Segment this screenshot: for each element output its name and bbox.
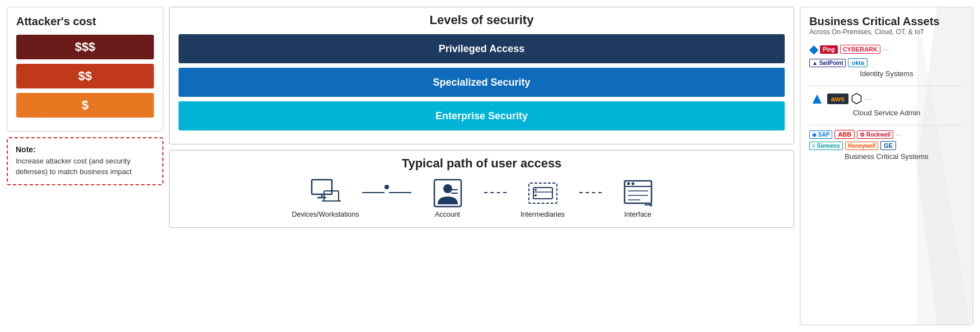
aws-logo: aws xyxy=(827,93,849,104)
more-bcs: ··· xyxy=(895,130,902,139)
level-privileged: Privileged Access xyxy=(179,34,785,63)
note-title: Note: xyxy=(16,145,154,154)
connector-1 xyxy=(362,185,411,200)
account-label: Account xyxy=(435,211,460,218)
bcs-group: ◈ SAP ABB ⚙ Rockwell ··· ≡ Siemens Honey… xyxy=(809,130,964,161)
siemens-logo: ≡ Siemens xyxy=(809,142,843,150)
azure-ad-icon: ◆ xyxy=(809,43,818,56)
left-column: Attacker's cost $$$ $$ $ Note: Increase … xyxy=(7,7,163,325)
ge-logo: GE xyxy=(880,141,896,150)
svg-point-13 xyxy=(534,194,537,197)
identity-logos-2: ▲ SailPoint okta xyxy=(809,58,964,67)
path-item-intermediaries: Intermediaries xyxy=(507,177,579,218)
cost-bar-high: $$$ xyxy=(16,35,154,59)
svg-point-6 xyxy=(443,184,452,193)
svg-point-12 xyxy=(534,189,537,191)
path-item-interface: Interface xyxy=(602,177,674,218)
svg-point-16 xyxy=(627,182,630,185)
path-title: Typical path of user access xyxy=(179,156,785,171)
cost-bar-mid: $$ xyxy=(16,64,154,88)
cloud-admin-label: Cloud Service Admin xyxy=(809,109,964,117)
path-item-devices: Devices/Workstations xyxy=(289,177,362,218)
path-section: Typical path of user access xyxy=(169,150,794,228)
cloud-logos: ▲ aws ⬡ ··· xyxy=(809,91,964,106)
connector-3 xyxy=(579,192,602,193)
account-icon xyxy=(431,177,465,208)
middle-column: Levels of security Privileged Access Spe… xyxy=(169,7,794,325)
intermediaries-label: Intermediaries xyxy=(521,211,565,218)
azure-icon: ▲ xyxy=(809,91,825,106)
identity-systems-label: Identity Systems xyxy=(809,69,964,78)
right-column: Business Critical Assets Across On-Premi… xyxy=(800,7,973,325)
attacker-cost-title: Attacker's cost xyxy=(16,15,154,28)
levels-section: Levels of security Privileged Access Spe… xyxy=(169,7,794,144)
more-cloud: ··· xyxy=(865,94,871,103)
bcs-label: Business Critical Systems xyxy=(809,152,964,161)
interface-icon xyxy=(621,177,655,208)
bcs-logos-2: ≡ Siemens Honeywell GE xyxy=(809,141,964,150)
main-container: Attacker's cost $$$ $$ $ Note: Increase … xyxy=(0,0,980,332)
intermediary-icon xyxy=(526,177,560,208)
workstation-icon xyxy=(309,177,343,208)
sap-logo: ◈ SAP xyxy=(809,130,832,139)
svg-point-17 xyxy=(631,182,634,185)
bcs-logos-1: ◈ SAP ABB ⚙ Rockwell ··· xyxy=(809,130,964,139)
assets-subtitle: Across On-Premises, Cloud, OT, & IoT xyxy=(809,28,964,36)
attacker-cost-box: Attacker's cost $$$ $$ $ xyxy=(7,7,163,132)
okta-logo: okta xyxy=(848,58,868,67)
honeywell-logo: Honeywell xyxy=(845,142,878,150)
level-specialized: Specialized Security xyxy=(179,68,785,97)
identity-logos: ◆ Ping CYBERARK ··· xyxy=(809,43,964,56)
assets-title: Business Critical Assets xyxy=(809,15,964,28)
interface-label: Interface xyxy=(624,211,651,218)
divider-1 xyxy=(809,86,964,86)
path-item-account: Account xyxy=(411,177,484,218)
cloud-admin-group: ▲ aws ⬡ ··· Cloud Service Admin xyxy=(809,91,964,117)
svg-rect-0 xyxy=(312,180,332,194)
rockwell-logo: ⚙ Rockwell xyxy=(857,130,893,139)
gcp-icon: ⬡ xyxy=(851,91,862,106)
divider-2 xyxy=(809,125,964,125)
note-box: Note: Increase attacker cost (and securi… xyxy=(7,137,163,185)
cost-bar-low: $ xyxy=(16,93,154,118)
more-identity: ··· xyxy=(883,45,889,54)
levels-title: Levels of security xyxy=(179,13,785,27)
sailpoint-logo: ▲ SailPoint xyxy=(809,59,846,67)
identity-systems-group: ◆ Ping CYBERARK ··· ▲ SailPoint okta Ide… xyxy=(809,43,964,78)
ping-logo: Ping xyxy=(820,45,838,54)
level-enterprise: Enterprise Security xyxy=(179,101,785,130)
cyberark-logo: CYBERARK xyxy=(840,45,880,54)
devices-label: Devices/Workstations xyxy=(292,211,359,218)
abb-logo: ABB xyxy=(834,130,855,139)
path-icons-row: Devices/Workstations xyxy=(179,177,785,218)
connector-2 xyxy=(484,192,507,193)
note-text: Increase attacker cost (and security def… xyxy=(16,156,154,177)
